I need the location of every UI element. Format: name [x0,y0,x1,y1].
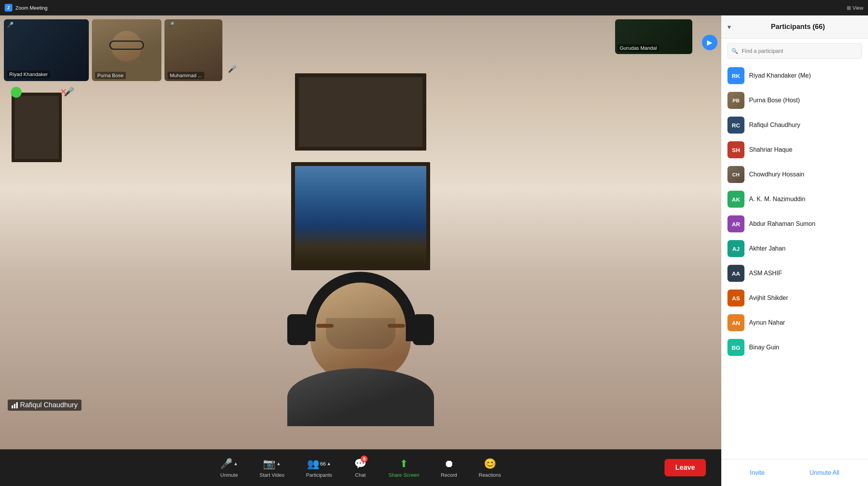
chat-label: Chat [355,472,366,478]
avatar: AS [727,290,744,307]
leave-button[interactable]: Leave [665,459,706,476]
list-item[interactable]: RK Riyad Khandaker (Me) [724,63,865,88]
reactions-label: Reactions [479,472,501,478]
unmute-all-button[interactable]: Unmute All [810,469,839,476]
participant-name: Chowdhury Hossain [749,171,862,178]
mute-button[interactable]: 🎤 ▲ Unmute [209,455,249,481]
signal-bar-3 [16,402,18,408]
list-item[interactable]: AR Abdur Rahaman Sumon [724,212,865,236]
participant-name: Purna Bose (Host) [749,97,862,104]
participant-name: Shahriar Haque [749,146,862,153]
riyad-label: Riyad Khandaker [7,71,50,78]
toolbar: 🎤 ▲ Unmute 📷 ▲ Start Video 👥 66 ▲ [0,449,721,486]
video-label: Start Video [259,472,284,478]
thumbnail-muhammad[interactable]: 🎤 Muhammad ... [164,19,222,81]
video-controls: 📷 ▲ [263,458,281,470]
thumbnail-riyad[interactable]: 🎤 Riyad Khandaker [4,19,89,81]
record-label: Record [441,472,457,478]
wall-frame-top-center [295,73,426,151]
participants-label: Participants [306,472,332,478]
grid-icon: ⊞ [847,5,851,11]
panel-collapse-button[interactable]: ▾ [727,23,731,31]
participant-name: Abdur Rahaman Sumon [749,220,862,227]
signal-bar-2 [14,404,15,408]
thumbnail-purna[interactable]: Purna Bose [92,19,161,81]
list-item[interactable]: RC Rafiqul Chaudhury [724,113,865,137]
avatar: SH [727,141,744,158]
chat-button[interactable]: 💬 8 Chat [343,455,378,481]
list-item[interactable]: AK A. K. M. Nazimuddin [724,187,865,212]
thumbnail-gurudas[interactable]: Gurudas Mandal [615,19,692,54]
list-item[interactable]: AJ Akhter Jahan [724,236,865,261]
avatar: AR [727,215,744,232]
avatar: CH [727,166,744,183]
next-participants-arrow[interactable]: ▶ [702,35,717,50]
invite-button[interactable]: Invite [750,469,765,476]
muhammad-mute-icon: 🎤 [168,22,174,28]
wall-frame-center [291,162,430,270]
participant-search-input[interactable] [727,43,862,59]
participant-name: Binay Guin [749,344,862,351]
riyad-mute-icon: 🎤 [7,22,14,28]
share-screen-button[interactable]: ⬆ Share Screen [378,455,430,481]
panel-footer: Invite Unmute All [721,459,868,486]
wall-frame-left [12,93,62,162]
participants-arrow[interactable]: ▲ [327,461,331,466]
avatar: AK [727,191,744,208]
participant-name: Akhter Jahan [749,245,862,252]
record-button[interactable]: ⏺ Record [430,455,468,481]
list-item[interactable]: PB Purna Bose (Host) [724,88,865,113]
list-item[interactable]: AS Avijhit Shikder [724,286,865,310]
participants-button[interactable]: 👥 66 ▲ Participants [295,455,343,481]
gurudas-label: Gurudas Mandal [617,44,659,52]
signal-bars [12,402,18,408]
avatar: RC [727,117,744,134]
participant-name: Riyad Khandaker (Me) [749,72,862,79]
signal-bar-1 [12,405,13,408]
window-title: Zoom Meeting [15,5,47,11]
participant-name: Aynun Nahar [749,319,862,326]
reactions-button[interactable]: 😊 Reactions [468,455,512,481]
list-item[interactable]: AA ASM ASHIF [724,261,865,286]
muhammad-name-tag: Muhammad ... [168,72,204,79]
purna-label: Purna Bose [95,72,126,79]
video-area: 🎤 ✕ 🎤 Rafiqul Chaudhury 🎤 Riyad Khandake… [0,15,721,486]
record-icon: ⏺ [444,458,454,470]
connection-status-indicator [11,87,22,98]
participant-list: RK Riyad Khandaker (Me) PB Purna Bose (H… [721,63,868,459]
participant-name: Rafiqul Chaudhury [749,122,862,129]
participant-name: A. K. M. Nazimuddin [749,196,862,203]
list-item[interactable]: SH Shahriar Haque [724,137,865,162]
avatar: AA [727,265,744,282]
avatar: RK [727,67,744,84]
mute-label: Unmute [220,472,238,478]
avatar: AJ [727,240,744,257]
mute-controls: 🎤 ▲ [220,458,238,470]
main-layout: 🎤 ✕ 🎤 Rafiqul Chaudhury 🎤 Riyad Khandake… [0,15,868,486]
video-button[interactable]: 📷 ▲ Start Video [249,455,295,481]
thumbnails-bar: 🎤 Riyad Khandaker Purna Bose [0,15,721,85]
current-speaker-label: Rafiqul Chaudhury [8,400,81,411]
main-participant-video [237,264,484,449]
list-item[interactable]: AN Aynun Nahar [724,310,865,335]
avatar: BG [727,339,744,356]
chat-badge: 8 [361,456,368,462]
participants-icon: 👥 [307,458,319,470]
search-icon: 🔍 [731,48,738,54]
participants-count: 66 [320,461,326,467]
panel-title: Participants (66) [734,23,862,31]
view-button[interactable]: ⊞ View [847,5,863,11]
mute-arrow[interactable]: ▲ [233,461,238,466]
camera-off-icon: 📷 [263,458,275,470]
muhammad-label: Muhammad ... [168,72,204,79]
video-arrow[interactable]: ▲ [276,461,281,466]
zoom-logo: Z [5,4,12,12]
search-box: 🔍 [727,43,862,59]
list-item[interactable]: BG Binay Guin [724,335,865,360]
list-item[interactable]: CH Chowdhury Hossain [724,162,865,187]
share-screen-icon: ⬆ [400,458,408,470]
avatar: PB [727,92,744,109]
title-bar: Z Zoom Meeting ⊞ View [0,0,868,15]
panel-header: ▾ Participants (66) [721,15,868,39]
share-screen-label: Share Screen [388,472,419,478]
